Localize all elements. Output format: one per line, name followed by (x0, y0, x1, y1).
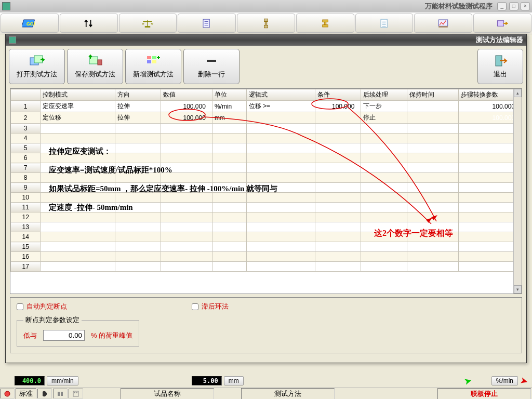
disp-unit-button[interactable]: mm (224, 376, 244, 385)
toolbar-clamp-button[interactable] (296, 14, 354, 33)
svg-rect-4 (264, 19, 268, 21)
app-icon (2, 2, 10, 10)
save-icon (87, 54, 103, 68)
svg-rect-30 (74, 392, 75, 393)
sb-method[interactable]: 测试方法 (241, 388, 335, 400)
disp-display: 5.00 (192, 376, 222, 385)
svg-rect-5 (265, 21, 267, 25)
sb-icon3[interactable] (53, 389, 68, 399)
toolbar-fixture-button[interactable] (237, 14, 295, 33)
svg-rect-17 (98, 60, 102, 65)
svg-rect-28 (61, 392, 63, 396)
col-logic[interactable]: 逻辑式 (246, 89, 315, 101)
hysteresis-checkbox[interactable]: 滞后环法 (192, 302, 229, 311)
dialog-titlebar: 测试方法编辑器 (6, 34, 526, 46)
speed-unit-button[interactable]: mm/min (47, 376, 78, 385)
toolbar-export-button[interactable] (473, 14, 531, 33)
speed-display: 400.0 (15, 376, 45, 385)
col-step[interactable]: 步骤转换参数 (458, 89, 521, 101)
dialog-title: 测试方法编辑器 (476, 35, 523, 45)
svg-rect-7 (323, 20, 328, 22)
main-toolbar: GO! (0, 12, 532, 34)
svg-rect-8 (323, 24, 328, 26)
main-titlebar: 万能材料试验测试程序 _ □ × (0, 0, 532, 12)
percent-label: % 的荷重峰值 (91, 331, 132, 340)
svg-rect-6 (264, 25, 268, 28)
arrow-down-icon: ➤ (462, 374, 473, 387)
toolbar-doc-button[interactable] (178, 14, 236, 33)
table-row[interactable]: 17 (11, 262, 522, 272)
exit-button[interactable]: 退出 (477, 49, 523, 84)
new-icon (145, 54, 162, 68)
toolbar-balance-button[interactable] (119, 14, 177, 33)
open-method-button[interactable]: 打开测试方法 (9, 49, 65, 84)
svg-rect-19 (152, 56, 156, 59)
toolbar-chart-button[interactable] (414, 14, 472, 33)
fieldset-legend: 断点判定参数设定 (23, 315, 82, 325)
toolbar-go-button[interactable]: GO! (1, 14, 59, 33)
break-value-input[interactable] (43, 330, 85, 341)
svg-rect-11 (439, 20, 448, 26)
col-dir[interactable]: 方向 (115, 89, 161, 101)
exit-icon (492, 54, 509, 68)
auto-break-checkbox[interactable]: 自动判定断点 (17, 302, 67, 311)
note-block: 拉伸定应变测试： 应变速率=测试速度/试品标距*100% 如果试品标距=50mm… (49, 142, 277, 217)
col-post[interactable]: 后续处理 (361, 89, 407, 101)
sb-icon4[interactable] (69, 389, 83, 399)
svg-rect-12 (439, 26, 448, 28)
maximize-button[interactable]: □ (509, 2, 518, 10)
col-unit[interactable]: 单位 (212, 89, 246, 101)
open-icon (29, 54, 45, 68)
grid-container: 控制模式 方向 数值 单位 逻辑式 条件 后续处理 保持时间 步骤转换参数 1定… (10, 88, 522, 294)
table-row[interactable]: 3 (11, 124, 522, 134)
corner-header (11, 89, 41, 101)
sb-sample[interactable]: 试品名称 (121, 388, 214, 400)
minimize-button[interactable]: _ (497, 2, 507, 10)
col-hold[interactable]: 保持时间 (407, 89, 458, 101)
rate-unit-button[interactable]: %/min (491, 376, 518, 385)
svg-rect-18 (147, 56, 151, 59)
dialog-toolbar: 打开测试方法 保存测试方法 新增测试方法 删除一行 退出 (6, 46, 526, 87)
break-params-fieldset: 断点判定参数设定 低与 % 的荷重峰值 (17, 315, 139, 347)
col-cond[interactable]: 条件 (315, 89, 361, 101)
annotation-text: 这2个数字一定要相等 (374, 228, 453, 239)
vertical-scrollbar[interactable] (513, 89, 522, 294)
svg-rect-29 (73, 391, 78, 396)
svg-rect-20 (147, 60, 151, 63)
table-row[interactable]: 15 (11, 242, 522, 252)
sb-icon2[interactable] (37, 389, 52, 399)
col-mode[interactable]: 控制模式 (41, 89, 115, 101)
new-method-button[interactable]: 新增测试方法 (125, 49, 181, 84)
save-method-button[interactable]: 保存测试方法 (67, 49, 123, 84)
delete-row-button[interactable]: 删除一行 (183, 49, 240, 84)
toolbar-updown-button[interactable] (60, 14, 118, 33)
dialog-icon (9, 36, 16, 44)
close-button[interactable]: × (521, 2, 530, 10)
svg-rect-13 (498, 20, 504, 26)
svg-rect-2 (145, 26, 151, 28)
statusbar: 标准 试品名称 测试方法 联板停止 (0, 388, 532, 399)
svg-rect-10 (381, 19, 387, 28)
table-row[interactable]: 2定位移拉伸100.000mm停止100.000 (11, 112, 522, 124)
col-val[interactable]: 数值 (161, 89, 212, 101)
sb-standard[interactable]: 标准 (16, 388, 36, 400)
svg-rect-31 (76, 392, 77, 393)
toolbar-report-button[interactable] (355, 14, 414, 33)
sb-board-stop: 联板停止 (437, 388, 531, 400)
svg-rect-9 (324, 22, 326, 24)
svg-rect-27 (58, 392, 60, 396)
status-strip: 400.0 mm/min 5.00 mm ➤ %/min ➤ (0, 375, 532, 387)
svg-rect-22 (207, 60, 216, 62)
method-editor-dialog: 测试方法编辑器 打开测试方法 保存测试方法 新增测试方法 删除一行 退出 (5, 34, 527, 363)
table-row[interactable]: 16 (11, 252, 522, 262)
svg-text:GO!: GO! (26, 21, 35, 26)
window-controls: _ □ × (497, 2, 530, 10)
delete-icon (203, 54, 220, 68)
table-row[interactable]: 1定应变速率拉伸100.000%/min位移 >=100.000下一步100.0… (11, 101, 522, 112)
sb-icon1[interactable] (0, 389, 15, 399)
bottom-panel: 自动判定断点 滞后环法 断点判定参数设定 低与 % 的荷重峰值 (10, 297, 522, 353)
main-title: 万能材料试验测试程序 (425, 2, 493, 11)
low-label: 低与 (23, 331, 37, 340)
svg-point-26 (5, 391, 10, 396)
svg-rect-21 (152, 60, 156, 63)
